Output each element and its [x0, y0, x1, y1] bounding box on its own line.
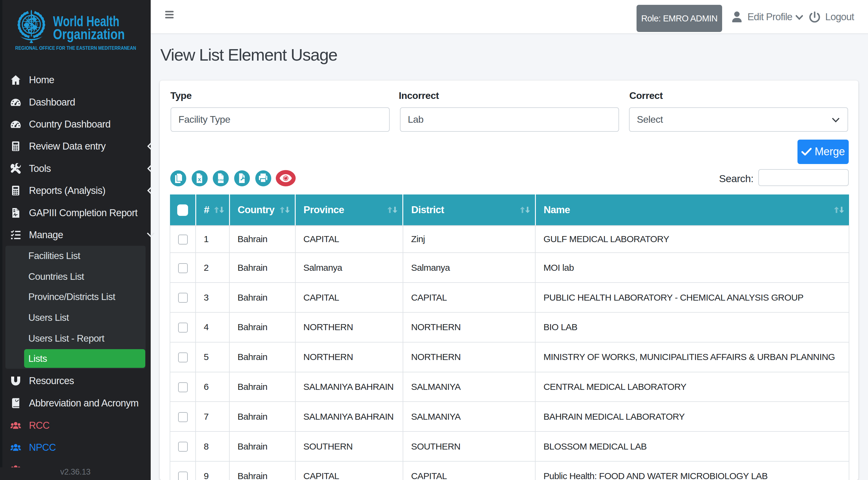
svg-text:CSV: CSV — [218, 179, 224, 181]
svg-text:REGIONAL OFFICE FOR THE EASTER: REGIONAL OFFICE FOR THE EASTERN MEDITERR… — [16, 45, 136, 51]
svg-text:Organization: Organization — [53, 26, 125, 42]
svg-text:x: x — [198, 176, 201, 183]
